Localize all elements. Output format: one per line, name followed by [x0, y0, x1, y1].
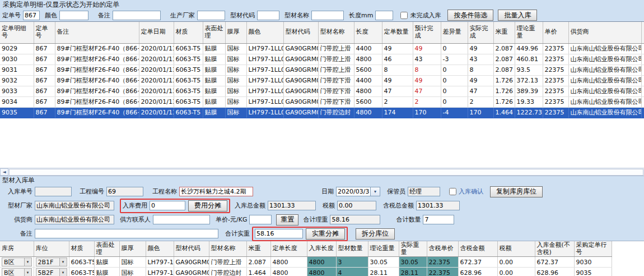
total-with-tax-input[interactable]: [416, 201, 460, 210]
column-header[interactable]: 预计完成: [413, 22, 441, 43]
cell: 贴膜: [203, 43, 225, 54]
length-input[interactable]: [375, 11, 393, 20]
table-row[interactable]: 903086789#门框型材F26-F40（866+867）2020/01/13…: [0, 54, 644, 65]
column-header[interactable]: 税额: [497, 241, 535, 257]
inbound-no-input[interactable]: [35, 187, 72, 196]
remark-input[interactable]: [35, 229, 218, 238]
chevron-down-icon[interactable]: ▾: [24, 269, 31, 276]
manufacturer-input[interactable]: [197, 11, 225, 20]
column-header[interactable]: 颜色: [146, 241, 174, 257]
table-row[interactable]: 903386789#门框型材F26-F40（866+867）2020/01/13…: [0, 86, 644, 96]
column-header[interactable]: 膜厚: [225, 22, 246, 43]
column-header[interactable]: 表面处理: [203, 22, 225, 43]
table-row[interactable]: 903186789#门框型材F26-F40（866+867）2020/01/13…: [0, 65, 644, 75]
column-header[interactable]: 定单数量: [382, 22, 413, 43]
inbound-confirm-checkbox[interactable]: [449, 188, 456, 195]
column-header[interactable]: 颜色: [246, 22, 283, 43]
column-header[interactable]: 备注: [55, 22, 139, 43]
column-header[interactable]: 差异量: [441, 22, 468, 43]
chevron-down-icon[interactable]: ▾: [59, 269, 67, 276]
column-header[interactable]: 采购定单行号: [574, 241, 612, 257]
column-header[interactable]: 型材名称: [209, 241, 246, 257]
column-header[interactable]: 含税单价: [427, 241, 458, 257]
filter-label: 定单号: [2, 11, 21, 20]
project-name-input[interactable]: [179, 187, 253, 196]
column-header[interactable]: 型材代码: [283, 22, 318, 43]
column-header[interactable]: 实际重量: [399, 241, 427, 257]
filter-by-condition-button[interactable]: 按条件筛选: [447, 10, 493, 21]
color-input[interactable]: [59, 11, 88, 20]
qty-total-input[interactable]: [423, 215, 454, 224]
tax-input[interactable]: [337, 201, 376, 210]
remark-input[interactable]: [113, 11, 161, 20]
cell: 山东南山铝业股份有限公司: [568, 65, 641, 75]
calendar-dropdown-icon[interactable]: ▾: [371, 187, 380, 196]
combo-cell[interactable]: B区▾: [2, 257, 32, 266]
cell: 628.96: [535, 268, 574, 276]
profile-name-input[interactable]: [311, 11, 344, 20]
split-location-button[interactable]: 拆分库位: [356, 228, 395, 240]
column-header[interactable]: 米重: [493, 22, 515, 43]
column-header[interactable]: 实际完成: [468, 22, 493, 43]
column-header[interactable]: 表面处理: [94, 241, 119, 257]
cell: 2020/01/13: [139, 54, 174, 65]
column-header[interactable]: 库位: [34, 241, 69, 257]
column-header[interactable]: 米重: [246, 241, 270, 257]
column-header[interactable]: 型材数量: [336, 241, 368, 257]
factory-input[interactable]: [35, 201, 114, 210]
table-row[interactable]: B区▾2B1F▾6063-T5贴膜国标LH797-1LL0GA90GRM03门带…: [0, 257, 612, 268]
combo-cell[interactable]: B区▾: [2, 268, 32, 276]
column-header[interactable]: 供货商: [568, 22, 641, 43]
table-row[interactable]: 903586789#门框型材F26-F40（866+867）2020/01/13…: [0, 107, 644, 118]
column-header[interactable]: [641, 22, 644, 43]
order-no-input[interactable]: [23, 11, 40, 20]
theory-weight-total-input[interactable]: [330, 215, 380, 224]
scrollbar-thumb[interactable]: [9, 169, 643, 176]
fee-input[interactable]: [150, 201, 185, 210]
unit-price-input[interactable]: [249, 215, 272, 224]
column-header[interactable]: 理论重量: [515, 22, 543, 43]
column-header[interactable]: 材质: [69, 241, 94, 257]
fee-allocate-button[interactable]: 费用分摊: [188, 200, 227, 211]
column-header[interactable]: 定单明细号: [0, 22, 34, 43]
actual-weight-allocate-button[interactable]: 实重分摊: [306, 228, 345, 240]
column-header[interactable]: 型材代码: [174, 241, 209, 257]
column-header[interactable]: 库房: [0, 241, 34, 257]
column-header[interactable]: 定单号: [34, 22, 55, 43]
copy-warehouse-button[interactable]: 复制库房库位: [490, 186, 543, 197]
cell: 89#门框型材F26-F40（866+867）: [55, 96, 139, 107]
combo-cell[interactable]: 5B2F▾: [36, 268, 67, 276]
column-header[interactable]: 材质: [174, 22, 203, 43]
horizontal-scrollbar[interactable]: ◄: [0, 168, 644, 176]
date-input[interactable]: [336, 187, 371, 196]
profile-code-input[interactable]: [257, 11, 279, 20]
project-no-input[interactable]: [106, 187, 143, 196]
table-row[interactable]: B区▾5B2F▾6063-T5贴膜国标LH797-1LL0GA90GRM05门带…: [0, 268, 612, 276]
supplier-contact-input[interactable]: [153, 215, 210, 224]
chevron-down-icon[interactable]: ▾: [59, 258, 67, 266]
reset-button[interactable]: 重置: [276, 214, 298, 226]
column-header[interactable]: 入库长度: [307, 241, 336, 257]
table-row[interactable]: 903286789#门框型材F26-F40（866+867）2020/01/13…: [0, 75, 644, 86]
cell: 6063-T5: [69, 257, 94, 268]
table-row[interactable]: 903486789#门框型材F26-F40（866+867）2020/01/13…: [0, 96, 644, 107]
column-header[interactable]: 定单日期: [139, 22, 174, 43]
chevron-down-icon[interactable]: ▾: [24, 258, 31, 266]
inbound-total-input[interactable]: [268, 201, 316, 210]
unfinished-checkbox[interactable]: [400, 12, 408, 19]
column-header[interactable]: 膜厚: [119, 241, 146, 257]
table-row[interactable]: 902986789#门框型材F26-F40（866+867）2020/01/13…: [0, 43, 644, 54]
combo-cell[interactable]: 2B1F▾: [36, 257, 67, 266]
column-header[interactable]: 长度: [354, 22, 382, 43]
actual-weight-total-input[interactable]: [255, 229, 303, 238]
column-header[interactable]: 型材名称: [318, 22, 354, 43]
column-header[interactable]: 理论重量: [368, 241, 399, 257]
column-header[interactable]: 单价: [543, 22, 568, 43]
scroll-left-icon[interactable]: ◄: [0, 168, 8, 176]
column-header[interactable]: 含税金额: [458, 241, 497, 257]
column-header[interactable]: 定单长度: [270, 241, 307, 257]
batch-inbound-button[interactable]: 批量入库: [498, 10, 537, 21]
keeper-input[interactable]: [408, 187, 440, 196]
column-header[interactable]: 入库金额(不含税): [535, 241, 574, 257]
supplier-input[interactable]: [35, 215, 114, 224]
